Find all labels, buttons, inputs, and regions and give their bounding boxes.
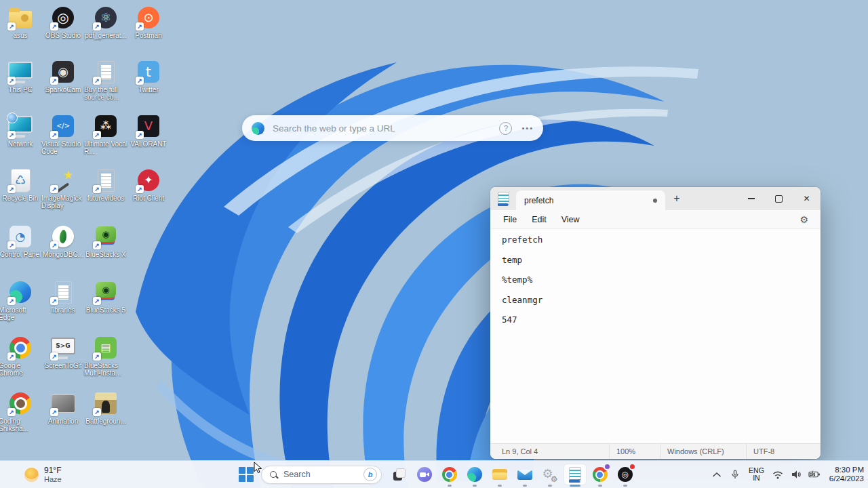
taskbar-search[interactable]: Search [261,466,382,484]
desktop-icon-obs-studio[interactable]: ◎ OBS Studio [41,5,85,39]
desktop-icon-image: ⊙ [136,5,161,30]
microphone-icon[interactable] [729,466,741,483]
desktop-icon-label: Network [8,140,33,148]
desktop-icon-image [8,391,33,415]
desktop-icon-futurevideos[interactable]: futurevideos [84,168,127,202]
taskbar-app-notepad[interactable] [562,461,587,488]
desktop-icon-asus[interactable]: asus [0,5,42,39]
weather-widget[interactable]: 91°F Haze [24,461,62,488]
desktop-icon-image: ★ [51,168,75,192]
web-search-widget[interactable]: Search the web or type a URL ? ••• [242,115,543,141]
weather-condition: Haze [44,475,62,483]
shortcut-arrow-icon [93,22,101,30]
notepad-text-area[interactable]: prefetch temp %temp% cleanmgr 547 [490,229,821,443]
edge-icon [252,122,264,135]
desktop-icon-label: Ultimate Vocal R... [84,140,127,155]
desktop-icon-mongodbc[interactable]: MongoDBC... [41,224,85,258]
icon-glyph: ⚛ [100,12,111,24]
desktop-icon-this-pc[interactable]: This PC [0,60,42,94]
desktop-icon-image [51,280,75,304]
icon-glyph: ◉ [102,285,109,294]
desktop-icon-animation[interactable]: Animation [41,391,85,425]
desktop-icon-image [8,114,33,138]
desktop-icon-ultimate-vocal-r[interactable]: ⁂ Ultimate Vocal R... [84,114,127,155]
desktop-icon-label: Postman [135,32,161,39]
close-button[interactable]: ✕ [793,187,821,210]
battery-charging-icon[interactable] [808,466,821,483]
taskbar-app-file-explorer[interactable] [487,461,512,488]
desktop-icon-imagemagick-display[interactable]: ★ ImageMagick Display [41,168,85,209]
bing-icon [363,468,377,481]
shortcut-arrow-icon [93,131,101,139]
clock[interactable]: 8:30 PM 6/24/2023 [829,466,864,483]
taskbar-app-chat[interactable] [412,461,437,488]
taskbar-app-task-view[interactable] [387,461,412,488]
desktop-icon-label: Google Chrome [0,362,42,377]
desktop-icon-image [51,391,75,415]
desktop-icon-label: pdf_generat... [85,32,127,39]
settings-gear-icon[interactable]: ⚙ [800,214,808,225]
desktop-icon-twitter[interactable]: t Twitter [127,60,170,94]
desktop-icon-sparkocam[interactable]: ◉ SparkoCam [41,60,85,94]
menu-file[interactable]: File [496,215,524,224]
desktop-icon-image [94,60,118,84]
taskbar-app-edge[interactable] [462,461,487,488]
desktop-icon-screentogif[interactable]: S>G ScreenToGif [41,336,85,369]
desktop-icon-label: Microsoft Edge [0,306,42,321]
desktop-icon-recycle-bin[interactable]: ♺ Recycle Bin [0,168,42,202]
desktop-icon-bluestacks-5[interactable]: ◉ BlueStacks 5 [84,280,127,314]
desktop-icon-label: Riot Client [133,195,164,202]
shortcut-arrow-icon [7,297,16,305]
taskbar-app-settings[interactable] [537,461,562,488]
desktop-icon-label: OBS Studio [45,32,81,39]
desktop-icon-bluestacks-x[interactable]: ◉ BlueStacks X [84,224,127,258]
shortcut-arrow-icon [7,185,16,193]
shortcut-arrow-icon [93,77,101,85]
wifi-icon[interactable] [772,466,784,483]
maximize-button[interactable] [765,187,793,210]
desktop-icon-microsoft-edge[interactable]: Microsoft Edge [0,280,42,321]
desktop-icon-image: V [136,114,161,138]
desktop-icon-control-panel[interactable]: ◔ Control Panel [0,224,42,258]
desktop-icon-postman[interactable]: ⊙ Postman [127,5,170,39]
more-options-icon[interactable]: ••• [521,124,534,132]
minimize-button[interactable] [737,187,765,210]
desktop-icon-valorant[interactable]: V VALORANT [127,114,170,148]
desktop-icon-network[interactable]: Network [0,114,42,148]
status-encoding[interactable]: UTF-8 [746,444,821,459]
desktop-icon-buy-the-full-source-co[interactable]: Buy the full source co... [84,60,127,101]
shortcut-arrow-icon [93,352,101,361]
desktop-icon-image: ⁂ [94,114,118,138]
taskbar-app-mail[interactable] [512,461,537,488]
shortcut-arrow-icon [93,185,101,193]
hidden-icons-chevron[interactable] [711,466,723,483]
desktop-icon-coding-shiksha[interactable]: Coding Shiksha... [0,391,42,432]
notepad-tab[interactable]: prefetch [516,190,665,210]
taskbar-app-obs-studio[interactable]: ◎ [612,461,637,488]
help-icon[interactable]: ? [499,122,512,135]
taskbar-app-chrome-profile[interactable] [587,461,612,488]
status-zoom[interactable]: 100% [609,444,660,459]
desktop-icon-riot-client[interactable]: ✦ Riot Client [127,168,170,202]
volume-icon[interactable] [790,466,802,483]
language-indicator[interactable]: ENG IN [749,467,764,483]
desktop-icon-image: S>G [51,336,75,360]
shortcut-arrow-icon [50,185,58,193]
notepad-statusbar: Ln 9, Col 4 100% Windows (CRLF) UTF-8 [490,443,821,459]
desktop-icon-label: Battlegroun... [85,418,125,425]
desktop-icon-pdf-generat[interactable]: ⚛ pdf_generat... [84,5,127,39]
new-tab-button[interactable]: + [665,187,688,210]
menu-view[interactable]: View [554,215,587,224]
desktop-icon-label: Buy the full source co... [84,86,127,101]
desktop-icon-battlegroun[interactable]: Battlegroun... [84,391,127,425]
desktop-icon-libraries[interactable]: libraries [41,280,85,314]
desktop-icon-google-chrome[interactable]: Google Chrome [0,336,42,377]
desktop-icon-bluestacks-multi-insta[interactable]: ▤ BlueStacks Multi-Insta... [84,336,127,377]
status-line-ending[interactable]: Windows (CRLF) [660,444,746,459]
taskbar-app-chrome[interactable] [437,461,462,488]
menu-edit[interactable]: Edit [524,215,554,224]
desktop-icon-visual-studio-code[interactable]: </> Visual Studio Code [41,114,85,155]
shortcut-arrow-icon [136,131,144,139]
tab-title: prefetch [524,196,653,205]
notepad-titlebar[interactable]: prefetch + ✕ [490,187,821,210]
